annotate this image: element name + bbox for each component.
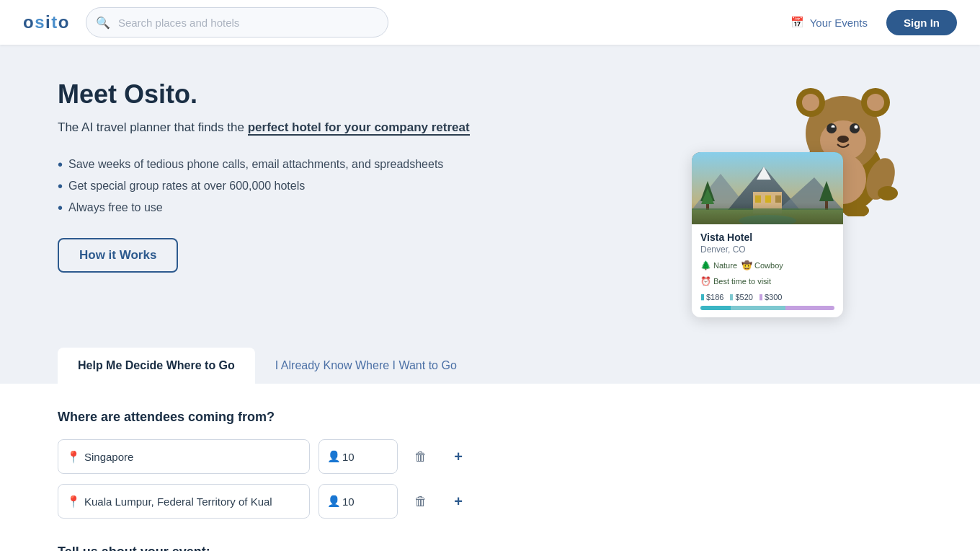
attendees-section-title: Where are attendees coming from? bbox=[58, 410, 922, 425]
add-row-2-button[interactable]: + bbox=[444, 487, 473, 516]
sign-in-button[interactable]: Sign In bbox=[886, 10, 957, 35]
search-bar: 🔍 bbox=[86, 7, 388, 38]
hero-section: Meet Osito. The AI travel planner that f… bbox=[0, 45, 980, 348]
delete-row-2-button[interactable]: 🗑 bbox=[406, 487, 435, 516]
how-works-button[interactable]: How it Works bbox=[58, 238, 178, 273]
tabs-bar: Help Me Decide Where to Go I Already Kno… bbox=[0, 348, 980, 384]
plus-icon-1: + bbox=[454, 449, 463, 465]
plus-icon-2: + bbox=[454, 493, 463, 510]
hero-bullet-2: Get special group rates at over 600,000 … bbox=[58, 179, 470, 193]
svg-point-35 bbox=[739, 215, 796, 224]
hotel-price-2: ▮ $520 bbox=[729, 292, 752, 301]
form-area: Where are attendees coming from? 📍 👤 🗑 +… bbox=[0, 384, 980, 551]
hero-bullets: Save weeks of tedious phone calls, email… bbox=[58, 157, 470, 215]
hero-subtitle-highlight: perfect hotel for your company retreat bbox=[248, 120, 470, 136]
svg-point-3 bbox=[802, 94, 819, 111]
svg-rect-32 bbox=[775, 195, 781, 203]
hotel-card-prices: ▮ $186 ▮ $520 ▮ $300 bbox=[700, 292, 834, 301]
location-row-1: 📍 👤 🗑 + bbox=[58, 439, 922, 474]
person-icon-2: 👤 bbox=[327, 495, 341, 508]
count-input-wrap-2: 👤 bbox=[318, 484, 398, 519]
tab-decide[interactable]: Help Me Decide Where to Go bbox=[58, 348, 255, 384]
location-input-wrap-2: 📍 bbox=[58, 484, 310, 519]
your-events-button[interactable]: 📅 Your Events bbox=[783, 12, 875, 33]
hero-subtitle: The AI travel planner that finds the per… bbox=[58, 118, 470, 137]
hotel-price-bar bbox=[700, 306, 834, 310]
hotel-card-name: Vista Hotel bbox=[700, 232, 834, 243]
search-icon: 🔍 bbox=[96, 16, 110, 30]
svg-point-15 bbox=[878, 186, 898, 200]
tell-us-title: Tell us about your event: bbox=[58, 545, 922, 551]
price-bar-segment-1 bbox=[700, 306, 731, 310]
logo: osito bbox=[23, 12, 68, 32]
price-bar-segment-2 bbox=[731, 306, 785, 310]
hotel-tag-cowboy: Cowboy bbox=[741, 260, 783, 270]
svg-point-8 bbox=[850, 123, 860, 133]
hotel-card-visit-tag: Best time to visit bbox=[700, 276, 834, 286]
hotel-price-1: ▮ $186 bbox=[700, 292, 723, 301]
search-input[interactable] bbox=[86, 7, 388, 38]
hero-bullet-3: Always free to use bbox=[58, 200, 470, 215]
hotel-card-body: Vista Hotel Denver, CO Nature Cowboy Bes… bbox=[692, 224, 843, 317]
person-icon-1: 👤 bbox=[327, 450, 341, 463]
hotel-price-3: ▮ $300 bbox=[759, 292, 782, 301]
hero-bullet-1: Save weeks of tedious phone calls, email… bbox=[58, 157, 470, 172]
hotel-card-image bbox=[692, 152, 843, 224]
hero-illustration: Vista Hotel Denver, CO Nature Cowboy Bes… bbox=[706, 79, 922, 339]
hero-content: Meet Osito. The AI travel planner that f… bbox=[58, 79, 470, 273]
price-bar-segment-3 bbox=[785, 306, 834, 310]
pin-icon-1: 📍 bbox=[66, 450, 81, 464]
hotel-tag-nature: Nature bbox=[700, 260, 737, 270]
tabs-section: Help Me Decide Where to Go I Already Kno… bbox=[0, 348, 980, 384]
pin-icon-2: 📍 bbox=[66, 495, 81, 508]
hero-title: Meet Osito. bbox=[58, 79, 470, 110]
hotel-card-tags: Nature Cowboy bbox=[700, 260, 834, 270]
add-row-1-button[interactable]: + bbox=[444, 442, 473, 471]
trash-icon-2: 🗑 bbox=[414, 494, 427, 509]
navbar: osito 🔍 📅 Your Events Sign In bbox=[0, 0, 980, 45]
svg-point-5 bbox=[867, 94, 884, 111]
tab-know[interactable]: I Already Know Where I Want to Go bbox=[255, 348, 477, 384]
hotel-card: Vista Hotel Denver, CO Nature Cowboy Bes… bbox=[692, 152, 843, 317]
location-input-1[interactable] bbox=[58, 439, 310, 474]
svg-point-10 bbox=[855, 125, 858, 129]
location-input-wrap-1: 📍 bbox=[58, 439, 310, 474]
svg-rect-36 bbox=[692, 208, 843, 224]
calendar-icon: 📅 bbox=[790, 16, 804, 29]
trash-icon-1: 🗑 bbox=[414, 449, 427, 464]
hero-subtitle-prefix: The AI travel planner that finds the bbox=[58, 120, 248, 134]
your-events-label: Your Events bbox=[810, 17, 868, 29]
location-rows: 📍 👤 🗑 + 📍 👤 bbox=[58, 439, 922, 519]
hotel-tag-visit: Best time to visit bbox=[700, 276, 771, 286]
hotel-card-location: Denver, CO bbox=[700, 244, 834, 255]
svg-rect-29 bbox=[753, 192, 782, 213]
svg-point-11 bbox=[837, 136, 849, 143]
count-input-wrap-1: 👤 bbox=[318, 439, 398, 474]
svg-rect-33 bbox=[755, 195, 761, 203]
svg-rect-34 bbox=[765, 195, 771, 203]
delete-row-1-button[interactable]: 🗑 bbox=[406, 442, 435, 471]
nav-right: 📅 Your Events Sign In bbox=[783, 10, 957, 35]
location-input-2[interactable] bbox=[58, 484, 310, 519]
location-row-2: 📍 👤 🗑 + bbox=[58, 484, 922, 519]
